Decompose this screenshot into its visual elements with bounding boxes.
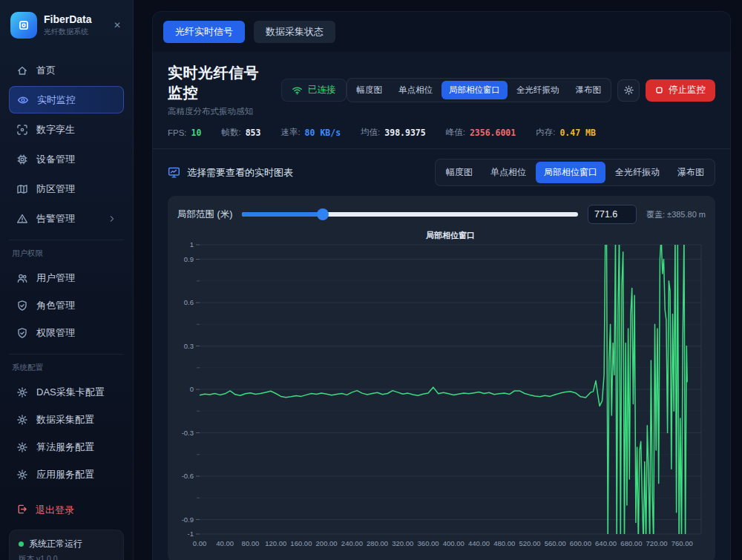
sidebar-item-设备管理[interactable]: 设备管理	[9, 145, 124, 173]
svg-text:40.00: 40.00	[216, 539, 234, 547]
stat-label: FPS:	[168, 128, 187, 137]
sidebar-item-label: 权限管理	[36, 326, 75, 340]
svg-text:400.00: 400.00	[443, 539, 464, 547]
sidebar-item-label: 实时监控	[37, 93, 76, 107]
sidebar-item-label: 设备管理	[36, 153, 75, 166]
gear-icon	[16, 386, 28, 398]
svg-text:360.00: 360.00	[418, 539, 439, 547]
map-icon	[16, 183, 28, 195]
svg-text:480.00: 480.00	[493, 539, 515, 547]
sidebar-item-label: 数据采集配置	[36, 413, 94, 426]
stat-value: 398.9375	[384, 128, 425, 138]
sidebar-item-实时监控[interactable]: 实时监控	[9, 86, 124, 113]
phase-window-chart: 局部相位窗口10.90.60.30-0.3-0.6-0.9-10.0040.00…	[177, 230, 706, 558]
range-slider-row: 局部范围 (米) 覆盖: ±385.80 m	[177, 203, 706, 225]
chevron-right-icon	[108, 214, 116, 223]
slider-fill	[242, 212, 323, 217]
svg-text:600.00: 600.00	[570, 539, 591, 547]
view-option-幅度图[interactable]: 幅度图	[438, 162, 481, 183]
chart-panel: 局部范围 (米) 覆盖: ±385.80 m 局部相位窗口10.90.60.30…	[168, 196, 715, 560]
shield-icon	[16, 300, 28, 312]
wifi-icon	[292, 85, 303, 96]
stat-峰值: 峰值:2356.6001	[446, 127, 516, 138]
sidebar-close-icon[interactable]: ✕	[112, 19, 122, 32]
stat-label: 内存:	[536, 127, 555, 138]
stop-monitoring-button[interactable]: 停止监控	[646, 79, 715, 102]
range-slider[interactable]	[242, 208, 578, 220]
chart-select-label: 选择需要查看的实时图表	[187, 166, 293, 179]
sidebar-item-label: 告警管理	[36, 212, 75, 225]
tab-数据采集状态[interactable]: 数据采集状态	[254, 21, 335, 43]
stat-内存: 内存:0.47 MB	[536, 127, 596, 138]
stat-FPS: FPS:10	[168, 128, 201, 138]
view-option-幅度图[interactable]: 幅度图	[349, 81, 390, 99]
stat-value: 0.47 MB	[559, 128, 595, 138]
coverage-label: 覆盖: ±385.80 m	[646, 209, 706, 220]
sidebar-section-title: 用户权限	[12, 248, 121, 259]
range-value-input[interactable]	[588, 205, 637, 224]
stat-value: 853	[246, 128, 261, 138]
sidebar-item-label: 算法服务配置	[36, 441, 94, 454]
sidebar-item-label: 角色管理	[36, 299, 75, 312]
view-option-全光纤振动[interactable]: 全光纤振动	[607, 162, 668, 183]
sidebar-item-算法服务配置[interactable]: 算法服务配置	[9, 433, 124, 461]
gear-icon	[16, 441, 28, 453]
sidebar-item-数字孪生[interactable]: 数字孪生	[9, 116, 124, 143]
sidebar-item-告警管理[interactable]: 告警管理	[9, 205, 124, 232]
view-option-单点相位[interactable]: 单点相位	[391, 81, 440, 99]
view-option-瀑布图[interactable]: 瀑布图	[669, 162, 712, 183]
svg-text:120.00: 120.00	[265, 539, 286, 547]
stat-label: 帧数:	[221, 127, 240, 138]
status-ok-dot	[19, 541, 24, 547]
svg-text:-0.6: -0.6	[182, 472, 194, 480]
view-option-单点相位[interactable]: 单点相位	[482, 162, 534, 183]
stat-label: 峰值:	[446, 127, 465, 138]
gear-icon	[16, 469, 28, 481]
stats-row: FPS:10帧数:853速率:80 KB/s均值:398.9375峰值:2356…	[168, 127, 715, 138]
sidebar-item-DAS采集卡配置[interactable]: DAS采集卡配置	[9, 378, 124, 406]
svg-text:160.00: 160.00	[290, 539, 312, 547]
svg-text:560.00: 560.00	[545, 539, 566, 547]
title-block: 实时光纤信号监控 高精度分布式振动感知	[168, 63, 269, 117]
sidebar-item-应用服务配置[interactable]: 应用服务配置	[9, 461, 124, 488]
sidebar-item-数据采集配置[interactable]: 数据采集配置	[9, 406, 124, 433]
gear-icon	[16, 414, 28, 426]
view-option-局部相位窗口[interactable]: 局部相位窗口	[441, 81, 508, 99]
view-switcher-header: 幅度图单点相位局部相位窗口全光纤振动瀑布图	[347, 78, 612, 102]
svg-text:0.9: 0.9	[184, 255, 194, 263]
sidebar-item-角色管理[interactable]: 角色管理	[9, 291, 124, 319]
sidebar-item-label: 数字孪生	[36, 123, 75, 136]
sidebar-item-防区管理[interactable]: 防区管理	[9, 175, 124, 202]
shield-icon	[16, 327, 28, 339]
sidebar: FiberData 光纤数据系统 ✕ 首页实时监控数字孪生设备管理防区管理告警管…	[0, 0, 134, 560]
divider	[9, 354, 124, 355]
sidebar-item-首页[interactable]: 首页	[9, 56, 124, 84]
page-title: 实时光纤信号监控	[168, 63, 269, 103]
stat-value: 2356.6001	[470, 128, 516, 138]
svg-text:640.00: 640.00	[595, 539, 617, 547]
settings-button[interactable]	[617, 79, 640, 102]
svg-text:局部相位窗口: 局部相位窗口	[425, 231, 475, 240]
range-slider-label: 局部范围 (米)	[177, 208, 232, 221]
app-subtitle: 光纤数据系统	[44, 27, 92, 37]
svg-text:1: 1	[190, 240, 194, 248]
view-option-瀑布图[interactable]: 瀑布图	[568, 81, 609, 99]
tab-光纤实时信号[interactable]: 光纤实时信号	[163, 21, 245, 43]
sidebar-item-用户管理[interactable]: 用户管理	[9, 264, 124, 291]
slider-thumb[interactable]	[317, 208, 329, 220]
chart-select-label-group: 选择需要查看的实时图表	[168, 166, 293, 179]
view-option-局部相位窗口[interactable]: 局部相位窗口	[536, 162, 605, 183]
divider	[9, 240, 124, 240]
connection-label: 已连接	[308, 84, 336, 96]
svg-text:-0.9: -0.9	[182, 515, 194, 524]
svg-text:520.00: 520.00	[519, 539, 540, 547]
stop-icon	[655, 86, 663, 94]
sidebar-item-权限管理[interactable]: 权限管理	[9, 319, 124, 346]
stat-value: 10	[191, 128, 202, 138]
logout-button[interactable]: 退出登录	[9, 497, 124, 524]
view-option-全光纤振动[interactable]: 全光纤振动	[509, 81, 567, 99]
svg-text:200.00: 200.00	[316, 539, 338, 547]
users-icon	[16, 272, 28, 284]
svg-text:0.00: 0.00	[193, 539, 207, 547]
svg-text:0.6: 0.6	[184, 298, 194, 306]
